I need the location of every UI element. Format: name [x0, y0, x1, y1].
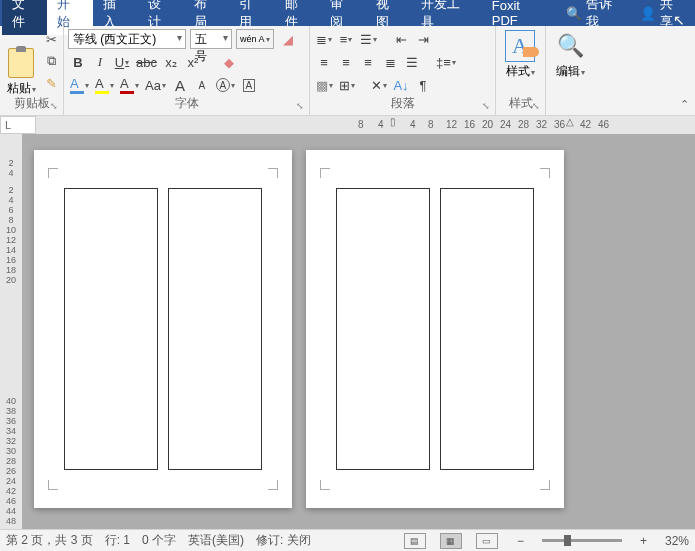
copy-button[interactable]: ⧉	[40, 51, 62, 71]
numbering-icon: ≡	[340, 32, 348, 47]
print-icon: ▦	[446, 536, 455, 546]
font-group-label: 字体	[64, 93, 309, 114]
font-dialog-launcher[interactable]: ⤡	[294, 100, 306, 112]
collapse-ribbon-button[interactable]: ⌃	[680, 98, 689, 111]
search-icon: 🔍	[566, 6, 582, 21]
enclosed-char-button[interactable]: A	[214, 75, 237, 95]
show-marks-button[interactable]: ¶	[413, 75, 433, 95]
copy-icon: ⧉	[47, 53, 56, 69]
text-effect-a-button[interactable]: A	[68, 75, 91, 95]
align-right-button[interactable]: ≡	[358, 52, 378, 72]
cut-button[interactable]: ✂	[40, 29, 62, 49]
increase-indent-button[interactable]: ⇥	[413, 29, 433, 49]
grow-font-button[interactable]: A	[170, 75, 190, 95]
justify-button[interactable]: ≣	[380, 52, 400, 72]
font-color-button[interactable]: A	[118, 75, 141, 95]
zoom-slider[interactable]	[542, 539, 622, 542]
italic-button[interactable]: I	[90, 52, 110, 72]
multilevel-button[interactable]: ☰	[358, 29, 379, 49]
paragraph-dialog-launcher[interactable]: ⤡	[480, 100, 492, 112]
clear-format-button[interactable]: ◢	[278, 29, 298, 49]
column-frame[interactable]	[336, 188, 430, 470]
sort-button[interactable]: A↓	[391, 75, 411, 95]
align-left-button[interactable]: ≡	[314, 52, 334, 72]
justify-icon: ≣	[385, 55, 396, 70]
decrease-indent-button[interactable]: ⇤	[391, 29, 411, 49]
group-editing: 🔍 编辑	[546, 26, 596, 115]
font-size-select[interactable]: 五号	[190, 29, 232, 49]
group-styles: A 样式 样式 ⤡	[496, 26, 546, 115]
page-3[interactable]	[306, 150, 564, 508]
status-bar: 第 2 页，共 3 页 行: 1 0 个字 英语(美国) 修订: 关闭 ▤ ▦ …	[0, 529, 695, 551]
brush-swoosh-icon	[523, 47, 539, 57]
shading-button[interactable]: ▩	[314, 75, 335, 95]
column-frame[interactable]	[168, 188, 262, 470]
document-area[interactable]	[22, 134, 695, 529]
eraser-icon: ◢	[283, 32, 293, 47]
char-border-button[interactable]: A	[239, 75, 259, 95]
indent-icon: ⇥	[418, 32, 429, 47]
text-effects-button[interactable]: ◆	[219, 52, 239, 72]
clipboard-dialog-launcher[interactable]: ⤡	[48, 100, 60, 112]
styles-label: 样式	[506, 63, 535, 80]
phonetic-guide-button[interactable]: wén A	[236, 29, 274, 49]
borders-button[interactable]: ⊞	[337, 75, 357, 95]
right-indent-marker-icon[interactable]: △	[566, 116, 574, 127]
web-layout-button[interactable]: ▭	[476, 533, 498, 549]
bullets-button[interactable]: ≣	[314, 29, 334, 49]
shrink-font-button[interactable]: A	[192, 75, 212, 95]
horizontal-ruler[interactable]: 8 4 ▯ 4 8 12 16 20 24 28 32 36 △ 42 46	[36, 116, 695, 134]
align-center-icon: ≡	[342, 55, 350, 70]
column-frame[interactable]	[64, 188, 158, 470]
styles-button[interactable]: A 样式	[500, 29, 540, 82]
column-frame[interactable]	[440, 188, 534, 470]
zoom-in-button[interactable]: +	[640, 534, 647, 548]
language[interactable]: 英语(美国)	[188, 532, 244, 549]
zoom-out-button[interactable]: −	[517, 534, 524, 548]
crop-mark-icon	[540, 168, 550, 178]
strike-button[interactable]: abc	[134, 52, 159, 72]
ribbon-spacer: ⌃	[596, 26, 695, 115]
styles-dialog-launcher[interactable]: ⤡	[530, 100, 542, 112]
font-name-select[interactable]: 等线 (西文正文)	[68, 29, 186, 49]
scissors-icon: ✂	[46, 32, 57, 47]
editing-button[interactable]: 🔍 编辑	[550, 29, 590, 82]
border-icon: ⊞	[339, 78, 350, 93]
asian-layout-button[interactable]: ✕	[369, 75, 389, 95]
align-left-icon: ≡	[320, 55, 328, 70]
spacing-icon: ‡≡	[436, 55, 451, 70]
brush-icon: ✎	[46, 76, 57, 91]
ribbon: 粘贴 ✂ ⧉ ✎ 剪贴板 ⤡ 等线 (西文正文) 五号 wén A ◢ B I …	[0, 26, 695, 116]
ruler-corner[interactable]: L	[0, 116, 36, 134]
numbering-button[interactable]: ≡	[336, 29, 356, 49]
track-changes-status[interactable]: 修订: 关闭	[256, 532, 311, 549]
underline-button[interactable]: U	[112, 52, 132, 72]
line-number[interactable]: 行: 1	[105, 532, 130, 549]
pilcrow-icon: ¶	[420, 78, 427, 93]
page-count[interactable]: 第 2 页，共 3 页	[6, 532, 93, 549]
bold-button[interactable]: B	[68, 52, 88, 72]
word-count[interactable]: 0 个字	[142, 532, 176, 549]
format-painter-button[interactable]: ✎	[40, 73, 62, 93]
indent-marker-icon[interactable]: ▯	[390, 116, 396, 127]
zoom-level[interactable]: 32%	[665, 534, 689, 548]
change-case-button[interactable]: Aa	[143, 75, 168, 95]
bullets-icon: ≣	[316, 32, 327, 47]
vertical-ruler[interactable]: 2 4 2 4 6 8 10 12 14 16 18 20 40 38 36 3…	[0, 134, 22, 529]
align-center-button[interactable]: ≡	[336, 52, 356, 72]
read-mode-button[interactable]: ▤	[404, 533, 426, 549]
outdent-icon: ⇤	[396, 32, 407, 47]
crop-mark-icon	[268, 480, 278, 490]
distribute-button[interactable]: ☰	[402, 52, 422, 72]
align-right-icon: ≡	[364, 55, 372, 70]
print-layout-button[interactable]: ▦	[440, 533, 462, 549]
page-2[interactable]	[34, 150, 292, 508]
read-icon: ▤	[410, 536, 419, 546]
bucket-icon: ▩	[316, 78, 328, 93]
subscript-button[interactable]: x₂	[161, 52, 181, 72]
styles-a-icon: A	[505, 30, 535, 62]
eraser2-icon: ◆	[224, 55, 234, 70]
editing-label: 编辑	[556, 63, 585, 80]
highlight-button[interactable]: A	[93, 75, 116, 95]
line-spacing-button[interactable]: ‡≡	[434, 52, 458, 72]
